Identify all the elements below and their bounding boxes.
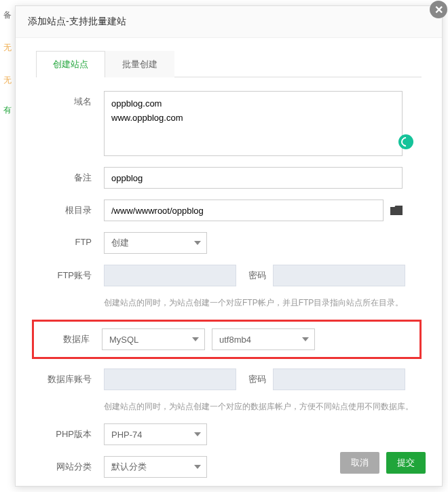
site-category-value: 默认分类 bbox=[111, 461, 147, 473]
chevron-down-icon bbox=[194, 241, 201, 245]
ftp-password-label: 密码 bbox=[248, 269, 266, 282]
database-label: 数据库 bbox=[34, 328, 102, 345]
add-site-modal: ✕ 添加站点-支持批量建站 创建站点 批量创建 域名 备注 根目录 bbox=[15, 5, 443, 487]
php-label: PHP版本 bbox=[36, 423, 104, 440]
close-icon[interactable]: ✕ bbox=[430, 1, 447, 18]
bg-row: 有 bbox=[0, 102, 15, 118]
category-label: 网站分类 bbox=[36, 456, 104, 473]
folder-icon[interactable] bbox=[390, 206, 403, 215]
cancel-button[interactable]: 取消 bbox=[340, 452, 379, 474]
ftp-label: FTP bbox=[36, 232, 104, 247]
ftp-password-input[interactable] bbox=[273, 265, 405, 286]
grammarly-icon[interactable] bbox=[398, 134, 413, 149]
db-highlight-box: 数据库 MySQL utf8mb4 bbox=[32, 320, 422, 359]
domain-input[interactable] bbox=[104, 91, 403, 156]
root-input[interactable] bbox=[104, 200, 384, 221]
db-charset-value: utf8mb4 bbox=[219, 335, 251, 345]
site-category-select[interactable]: 默认分类 bbox=[104, 456, 207, 478]
ftp-user-input[interactable] bbox=[104, 265, 236, 286]
root-label: 根目录 bbox=[36, 200, 104, 216]
db-user-input[interactable] bbox=[104, 368, 236, 390]
remark-label: 备注 bbox=[36, 167, 104, 184]
chevron-down-icon bbox=[302, 337, 309, 341]
bg-row: 备 bbox=[0, 7, 15, 23]
db-type-value: MySQL bbox=[109, 335, 138, 345]
bg-row: 无 bbox=[0, 72, 15, 88]
chevron-down-icon bbox=[194, 465, 201, 469]
modal-title: 添加站点-支持批量建站 bbox=[16, 6, 442, 38]
php-version-value: PHP-74 bbox=[111, 430, 143, 440]
db-password-label: 密码 bbox=[248, 373, 266, 385]
tab-batch-create[interactable]: 批量创建 bbox=[105, 51, 174, 77]
db-charset-select[interactable]: utf8mb4 bbox=[212, 328, 315, 350]
modal-footer: 取消 提交 bbox=[340, 452, 426, 474]
submit-button[interactable]: 提交 bbox=[386, 452, 426, 474]
php-version-select[interactable]: PHP-74 bbox=[104, 423, 207, 445]
bg-row: 无 bbox=[0, 39, 15, 56]
db-account-label: 数据库账号 bbox=[36, 368, 104, 385]
ftp-select[interactable]: 创建 bbox=[104, 232, 207, 254]
db-type-select[interactable]: MySQL bbox=[102, 328, 205, 350]
domain-label: 域名 bbox=[36, 91, 104, 108]
chevron-down-icon bbox=[192, 337, 199, 341]
ftp-select-value: 创建 bbox=[111, 237, 129, 249]
tab-create-site[interactable]: 创建站点 bbox=[36, 51, 105, 77]
chevron-down-icon bbox=[194, 432, 201, 436]
ftp-account-label: FTP账号 bbox=[36, 265, 104, 282]
db-hint: 创建站点的同时，为站点创建一个对应的数据库帐户，方便不同站点使用不同数据库。 bbox=[104, 401, 422, 413]
ftp-hint: 创建站点的同时，为站点创建一个对应FTP帐户，并且FTP目录指向站点所在目录。 bbox=[104, 297, 422, 309]
db-password-input[interactable] bbox=[273, 368, 405, 390]
remark-input[interactable] bbox=[104, 167, 403, 189]
tabs: 创建站点 批量创建 bbox=[36, 50, 422, 77]
